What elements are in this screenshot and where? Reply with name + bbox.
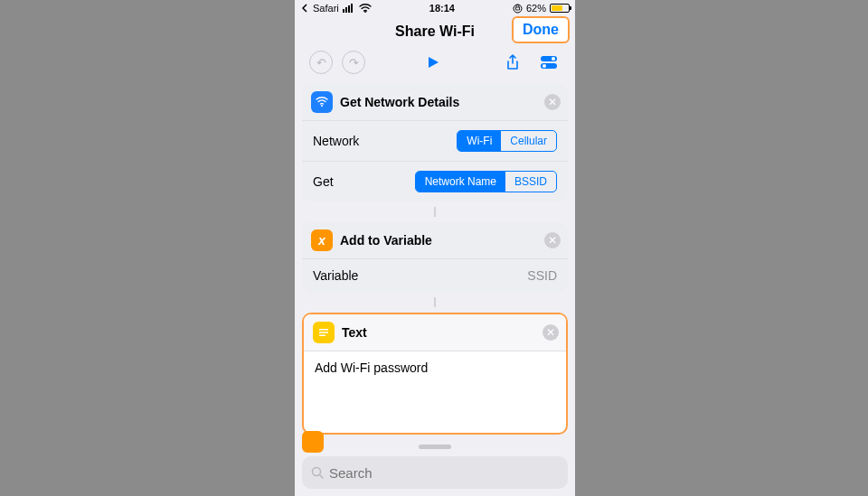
sheet-grabber[interactable] xyxy=(419,445,451,449)
remove-action-button[interactable]: ✕ xyxy=(544,232,561,248)
svg-point-10 xyxy=(321,105,323,107)
svg-point-5 xyxy=(514,5,522,13)
connector-line xyxy=(295,297,575,307)
row-label: Get xyxy=(313,174,334,189)
svg-rect-3 xyxy=(351,4,353,13)
svg-point-7 xyxy=(552,57,555,61)
get-segmented-control[interactable]: Network Name BSSID xyxy=(415,171,557,192)
text-action-card: Text ✕ Add Wi-Fi password xyxy=(302,313,568,435)
seg-cellular[interactable]: Cellular xyxy=(501,131,556,151)
get-network-details-card: Get Network Details ✕ Network Wi-Fi Cell… xyxy=(302,84,568,201)
variable-value[interactable]: SSID xyxy=(527,268,557,283)
status-app[interactable]: Safari xyxy=(313,3,339,14)
redo-button[interactable]: ↷ xyxy=(342,51,365,74)
search-icon xyxy=(311,466,324,479)
svg-rect-2 xyxy=(348,5,350,13)
variable-icon: x xyxy=(311,229,333,251)
done-button[interactable]: Done xyxy=(512,16,570,43)
add-to-variable-card: x Add to Variable ✕ Variable SSID xyxy=(302,222,568,292)
search-input[interactable] xyxy=(329,465,559,481)
seg-bssid[interactable]: BSSID xyxy=(505,172,556,192)
next-card-icon xyxy=(302,431,324,453)
svg-rect-1 xyxy=(345,7,347,13)
remove-action-button[interactable]: ✕ xyxy=(544,94,561,110)
wifi-icon xyxy=(359,4,372,13)
status-time: 18:14 xyxy=(429,3,455,14)
status-bar: Safari 18:14 62% xyxy=(295,0,575,16)
battery-icon xyxy=(550,4,570,13)
signal-bars-icon xyxy=(343,4,355,13)
phone-frame: Safari 18:14 62% Share Wi-Fi Done ↶ ↷ xyxy=(295,0,575,496)
page-title: Share Wi-Fi xyxy=(395,23,475,40)
card-title: Get Network Details xyxy=(340,95,459,109)
network-segmented-control[interactable]: Wi-Fi Cellular xyxy=(457,130,557,152)
text-body-input[interactable]: Add Wi-Fi password xyxy=(304,351,566,433)
share-icon[interactable] xyxy=(501,51,524,74)
row-label: Network xyxy=(313,134,359,148)
svg-line-15 xyxy=(320,475,323,478)
back-to-app-icon[interactable] xyxy=(300,4,309,13)
connector-line xyxy=(295,207,575,217)
nav-bar: Share Wi-Fi Done xyxy=(295,16,575,46)
orientation-lock-icon xyxy=(513,4,523,14)
svg-rect-12 xyxy=(319,332,328,333)
row-label: Variable xyxy=(313,268,358,283)
card-title: Add to Variable xyxy=(340,233,432,248)
seg-network-name[interactable]: Network Name xyxy=(416,172,505,192)
svg-point-14 xyxy=(313,468,321,476)
text-icon xyxy=(313,322,335,343)
search-bar[interactable] xyxy=(302,456,568,489)
svg-rect-11 xyxy=(319,329,328,331)
undo-button[interactable]: ↶ xyxy=(309,51,333,74)
card-title: Text xyxy=(342,325,367,340)
settings-toggle-icon[interactable] xyxy=(537,51,561,74)
wifi-square-icon xyxy=(311,91,333,113)
toolbar: ↶ ↷ xyxy=(295,46,575,79)
seg-wifi[interactable]: Wi-Fi xyxy=(458,131,501,151)
svg-point-4 xyxy=(364,11,366,13)
play-button[interactable] xyxy=(421,51,445,74)
battery-pct: 62% xyxy=(526,3,546,14)
svg-rect-0 xyxy=(343,9,344,13)
remove-action-button[interactable]: ✕ xyxy=(542,324,559,341)
svg-rect-13 xyxy=(319,335,326,337)
svg-point-9 xyxy=(542,64,546,68)
